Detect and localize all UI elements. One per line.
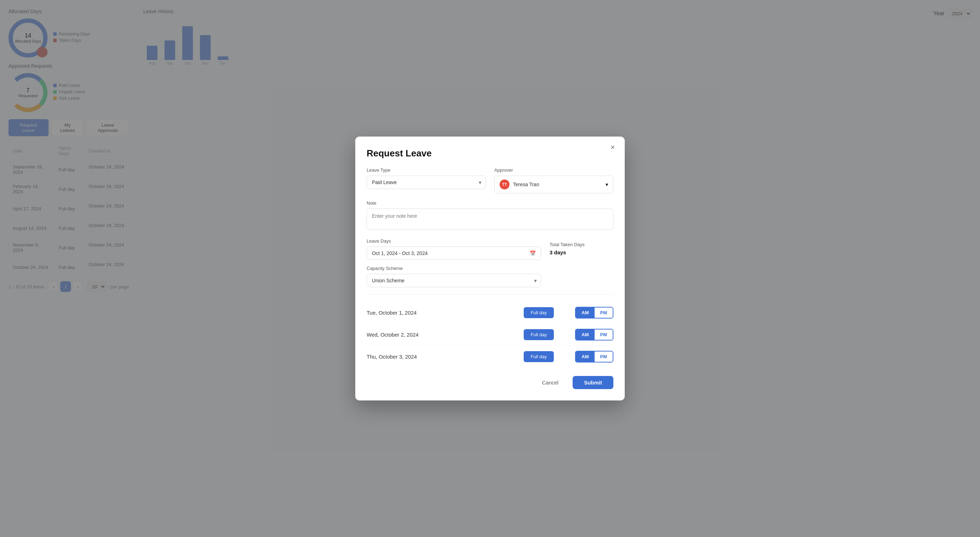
pm-button[interactable]: PM bbox=[595, 330, 613, 340]
pm-button[interactable]: PM bbox=[595, 308, 613, 318]
ampm-group: AM PM bbox=[575, 307, 613, 319]
total-taken-label: Total Taken Days bbox=[550, 242, 613, 247]
day-name: Wed, October 2, 2024 bbox=[367, 331, 524, 338]
leave-days-label: Leave Days bbox=[367, 238, 541, 244]
calendar-icon: 📅 bbox=[530, 250, 536, 256]
date-range-input[interactable]: Oct 1, 2024 - Oct 3, 2024 📅 bbox=[367, 247, 541, 260]
approver-select[interactable]: TT Teresa Tran ▾ bbox=[494, 175, 613, 193]
total-taken-value: 3 days bbox=[550, 249, 613, 255]
request-leave-modal: × Request Leave Leave Type Paid Leave Un… bbox=[355, 137, 625, 400]
capacity-scheme-select[interactable]: Union Scheme Standard Scheme bbox=[367, 274, 541, 287]
approver-avatar: TT bbox=[500, 180, 509, 190]
leave-type-label: Leave Type bbox=[367, 167, 486, 173]
capacity-scheme-label: Capacity Scheme bbox=[367, 266, 541, 271]
day-row: Thu, October 3, 2024 Full day AM PM bbox=[367, 346, 613, 368]
approver-label: Approver bbox=[494, 167, 613, 173]
am-button[interactable]: AM bbox=[576, 330, 594, 340]
cancel-button[interactable]: Cancel bbox=[532, 376, 568, 389]
modal-overlay: × Request Leave Leave Type Paid Leave Un… bbox=[0, 0, 980, 537]
leave-type-select[interactable]: Paid Leave Unpaid Leave Sick Leave bbox=[367, 175, 486, 189]
day-row: Wed, October 2, 2024 Full day AM PM bbox=[367, 324, 613, 346]
day-type-button[interactable]: Full day bbox=[524, 351, 554, 362]
day-name: Tue, October 1, 2024 bbox=[367, 310, 524, 316]
close-button[interactable]: × bbox=[608, 142, 618, 152]
approver-chevron-icon: ▾ bbox=[606, 182, 608, 187]
am-button[interactable]: AM bbox=[576, 352, 594, 362]
note-textarea[interactable] bbox=[367, 209, 613, 230]
submit-button[interactable]: Submit bbox=[573, 376, 613, 389]
day-type-button[interactable]: Full day bbox=[524, 307, 554, 318]
note-label: Note bbox=[367, 201, 613, 206]
day-type-button[interactable]: Full day bbox=[524, 329, 554, 340]
modal-title: Request Leave bbox=[367, 148, 613, 159]
am-button[interactable]: AM bbox=[576, 308, 594, 318]
day-row: Tue, October 1, 2024 Full day AM PM bbox=[367, 302, 613, 324]
ampm-group: AM PM bbox=[575, 329, 613, 341]
pm-button[interactable]: PM bbox=[595, 352, 613, 362]
date-range-value: Oct 1, 2024 - Oct 3, 2024 bbox=[372, 250, 428, 256]
approver-name: Teresa Tran bbox=[513, 182, 602, 187]
day-name: Thu, October 3, 2024 bbox=[367, 354, 524, 360]
ampm-group: AM PM bbox=[575, 351, 613, 362]
